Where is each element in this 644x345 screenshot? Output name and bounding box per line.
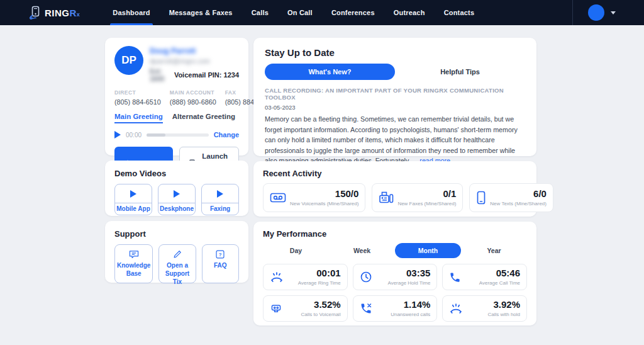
nav-item-on-call[interactable]: On Call xyxy=(287,0,313,25)
demo-video-deskphone[interactable]: Deskphone xyxy=(158,184,196,215)
tab-month[interactable]: Month xyxy=(395,243,461,258)
knowledge-base-button[interactable]: Knowledge Base xyxy=(114,244,153,283)
tab-day[interactable]: Day xyxy=(263,247,329,254)
calls-with-hold-stat: 3.92% Calls with hold xyxy=(442,295,527,322)
voicemail-phone-icon xyxy=(270,303,282,314)
news-title: Stay Up to Date xyxy=(265,47,525,58)
navbar-divider xyxy=(572,0,573,25)
average-ring-time-stat: 00:01 Average Ring Time xyxy=(263,264,348,290)
average-call-time-stat: 05:46 Average Call Time xyxy=(442,264,527,290)
tab-helpful-tips[interactable]: Helpful Tips xyxy=(395,68,525,76)
pencil-icon xyxy=(173,250,182,259)
article-date: 03-05-2023 xyxy=(265,104,525,111)
audio-progress-fill xyxy=(147,133,165,137)
brand-wordmark: RINGRx xyxy=(45,8,80,18)
tab-week[interactable]: Week xyxy=(329,247,395,254)
demo-videos-title: Demo Videos xyxy=(114,169,239,178)
article-title: CALL RECORDING: AN IMPORTANT PART OF YOU… xyxy=(265,87,525,101)
play-icon xyxy=(174,190,180,198)
profile-card: DP Doug Parrott dparrott@ringrx.com Ext:… xyxy=(105,38,248,156)
chat-bubble-icon xyxy=(129,250,139,259)
clock-icon xyxy=(360,271,372,283)
smartphone-icon xyxy=(476,191,486,205)
phone-main-account: MAIN ACCOUNT (888) 980-6860 xyxy=(170,89,216,106)
main-navigation: Dashboard Messages & Faxes Calls On Call… xyxy=(113,0,474,25)
ringing-phone-icon xyxy=(270,271,284,283)
missed-call-icon xyxy=(360,302,372,315)
stay-up-to-date-card: Stay Up to Date What's New? Helpful Tips… xyxy=(253,38,536,156)
play-icon[interactable] xyxy=(114,131,121,139)
new-faxes-stat[interactable]: 0/1 New Faxes (Mine/Shared) xyxy=(372,183,463,212)
play-icon xyxy=(130,190,136,198)
my-performance-card: My Performance Day Week Month Year xyxy=(253,222,536,325)
chevron-down-icon[interactable] xyxy=(611,11,616,14)
user-email: dparrott@ringrx.com xyxy=(150,57,239,65)
avatar: DP xyxy=(114,46,143,75)
recent-activity-title: Recent Activity xyxy=(263,169,527,178)
article-body: Memory can be a fleeting thing. Sometime… xyxy=(265,114,525,166)
tab-year[interactable]: Year xyxy=(461,247,527,254)
calls-to-voicemail-stat: 3.52% Calls to Voicemail xyxy=(263,295,348,322)
hold-phone-icon xyxy=(449,302,463,315)
nav-item-calls[interactable]: Calls xyxy=(252,0,269,25)
player-time: 00:00 xyxy=(126,132,142,139)
my-performance-title: My Performance xyxy=(263,229,527,239)
demo-video-mobile-app[interactable]: Mobile App xyxy=(114,184,152,215)
new-texts-stat[interactable]: 6/0 New Texts (Mine/Shared) xyxy=(469,183,553,212)
open-support-ticket-button[interactable]: Open a Support Tix xyxy=(158,244,196,283)
play-icon xyxy=(217,190,223,198)
unanswered-calls-stat: 1.14% Unanswered calls xyxy=(353,295,438,322)
support-title: Support xyxy=(114,229,239,239)
user-extension: Ext: 1600 xyxy=(150,67,167,82)
brand-logo[interactable]: RINGRx xyxy=(28,6,80,20)
tab-alternate-greeting[interactable]: Alternate Greeting xyxy=(172,113,235,123)
new-voicemails-stat[interactable]: 150/0 New Voicemails (Mine/Shared) xyxy=(263,183,365,212)
tab-whats-new[interactable]: What's New? xyxy=(265,64,395,80)
faq-button[interactable]: ? FAQ xyxy=(202,244,239,283)
fax-icon xyxy=(379,191,394,205)
nav-item-contacts[interactable]: Contacts xyxy=(444,0,475,25)
voicemail-pin: Voicemail PIN: 1234 xyxy=(174,71,239,79)
demo-video-faxing[interactable]: Faxing xyxy=(201,184,239,215)
phone-direct: DIRECT (805) 884-6510 xyxy=(114,89,161,106)
demo-videos-card: Demo Videos Mobile App Deskphone Faxing xyxy=(105,161,248,216)
tab-main-greeting[interactable]: Main Greeting xyxy=(114,113,163,123)
nav-item-conferences[interactable]: Conferences xyxy=(331,0,375,25)
user-avatar[interactable] xyxy=(588,4,604,21)
nav-item-outreach[interactable]: Outreach xyxy=(394,0,425,25)
voicemail-icon xyxy=(270,191,286,204)
question-mark-icon: ? xyxy=(216,250,225,259)
user-name: Doug Parrott xyxy=(150,47,239,55)
phone-handset-icon xyxy=(449,271,461,283)
support-card: Support Knowledge Base xyxy=(105,221,248,283)
top-navbar: RINGRx Dashboard Messages & Faxes Calls … xyxy=(0,0,644,25)
nav-item-messages-faxes[interactable]: Messages & Faxes xyxy=(169,0,233,25)
ringrx-phone-logo-icon xyxy=(28,6,41,20)
nav-item-dashboard[interactable]: Dashboard xyxy=(113,0,150,25)
average-hold-time-stat: 03:35 Average Hold Time xyxy=(353,264,438,290)
change-greeting-link[interactable]: Change xyxy=(214,131,239,139)
svg-text:?: ? xyxy=(219,252,222,257)
recent-activity-card: Recent Activity 150/0 New Voicemails (Mi… xyxy=(253,161,536,217)
audio-progress-bar[interactable] xyxy=(147,133,209,137)
